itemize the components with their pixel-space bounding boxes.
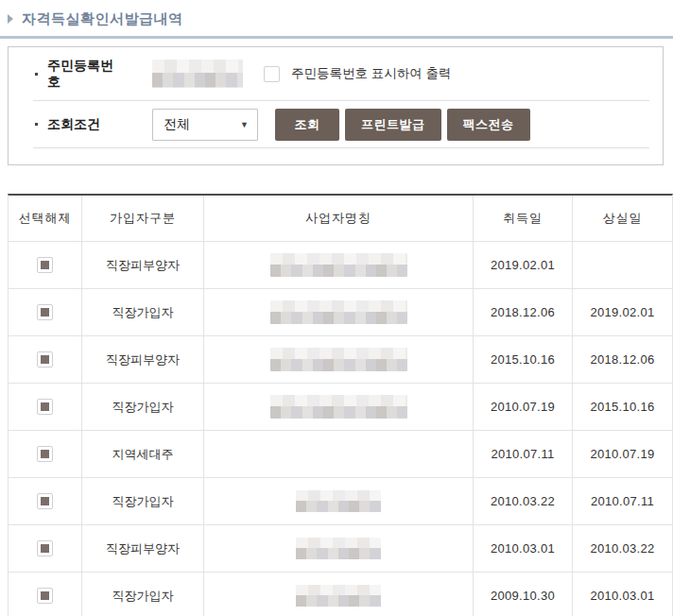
print-issue-button[interactable]: 프린트발급 xyxy=(345,109,441,141)
row-checkbox[interactable] xyxy=(37,399,53,415)
acquisition-date: 2015.10.16 xyxy=(474,336,573,384)
business-name-masked xyxy=(270,253,407,277)
show-rrn-checkbox-label: 주민등록번호 표시하여 출력 xyxy=(291,65,452,82)
subscriber-type: 직장가입자 xyxy=(82,478,204,525)
table-row: 직장가입자 2009.10.30 2010.03.01 xyxy=(9,573,672,616)
rrn-label: 주민등록번호 xyxy=(47,58,119,91)
select-cell xyxy=(9,478,82,525)
table-row: 지역세대주 2010.07.11 2010.07.19 xyxy=(9,431,672,478)
business-name-masked xyxy=(296,585,381,607)
condition-form-row: 조회조건 전체 ▼ 조회 프린트발급 팩스전송 xyxy=(9,101,663,147)
header-deselect: 선택해제 xyxy=(9,196,82,242)
acquisition-date: 2010.07.11 xyxy=(474,431,573,478)
page-title: 자격득실확인서발급내역 xyxy=(22,10,183,28)
business-name-masked xyxy=(270,395,407,419)
checkbox-fill xyxy=(41,497,49,505)
subscriber-type: 직장피부양자 xyxy=(82,242,204,289)
page: 자격득실확인서발급내역 주민등록번호 주민등록번호 표시하여 출력 조회조건 전… xyxy=(0,9,673,616)
loss-date: 2010.03.01 xyxy=(573,573,672,616)
business-name-masked xyxy=(296,490,381,513)
checkbox-fill xyxy=(41,450,49,458)
checkbox-fill xyxy=(41,591,49,600)
show-rrn-checkbox[interactable] xyxy=(264,66,280,82)
select-cell xyxy=(9,242,82,289)
business-name-cell xyxy=(204,478,474,525)
select-cell xyxy=(9,336,82,384)
rrn-form-row: 주민등록번호 주민등록번호 표시하여 출력 xyxy=(9,47,663,100)
subscriber-type: 직장피부양자 xyxy=(82,525,204,573)
condition-label: 조회조건 xyxy=(47,116,119,133)
select-cell xyxy=(9,573,82,616)
checkbox-fill xyxy=(41,544,49,553)
loss-date: 2010.07.19 xyxy=(573,431,672,478)
subscriber-type: 직장가입자 xyxy=(82,573,204,616)
title-divider xyxy=(0,36,673,39)
acquisition-date: 2019.02.01 xyxy=(474,242,573,289)
row-checkbox[interactable] xyxy=(37,257,53,273)
business-name-cell xyxy=(204,384,474,431)
business-name-cell xyxy=(204,573,474,616)
condition-select-value: 전체 xyxy=(164,116,190,133)
loss-date xyxy=(573,242,672,289)
table-row: 직장가입자 2010.03.22 2010.07.11 xyxy=(9,478,672,525)
row-checkbox[interactable] xyxy=(37,588,53,604)
subscriber-type: 직장피부양자 xyxy=(82,336,204,384)
row-checkbox[interactable] xyxy=(37,493,53,509)
checkbox-fill xyxy=(41,355,49,364)
acquisition-date: 2009.10.30 xyxy=(474,573,573,616)
table-row: 직장피부양자 2019.02.01 xyxy=(9,242,672,289)
business-name-masked xyxy=(270,300,407,324)
condition-select[interactable]: 전체 ▼ xyxy=(152,109,258,141)
table-body: 직장피부양자 2019.02.01 직장가입자 2018.12.06 2019.… xyxy=(9,242,672,616)
business-name-cell xyxy=(204,431,474,478)
select-cell xyxy=(9,289,82,336)
checkbox-fill xyxy=(41,402,49,411)
fax-send-button[interactable]: 팩스전송 xyxy=(447,109,530,141)
acquisition-date: 2010.03.01 xyxy=(474,525,573,573)
rrn-value-masked xyxy=(152,60,243,88)
business-name-cell xyxy=(204,289,474,336)
loss-date: 2010.03.22 xyxy=(573,525,672,573)
page-header: 자격득실확인서발급내역 xyxy=(8,9,673,29)
bullet-icon xyxy=(35,73,38,76)
table-row: 직장피부양자 2010.03.01 2010.03.22 xyxy=(9,525,672,573)
select-cell xyxy=(9,431,82,478)
subscriber-type: 지역세대주 xyxy=(82,431,204,478)
header-business-name: 사업자명칭 xyxy=(204,196,474,242)
loss-date: 2010.07.11 xyxy=(573,478,672,525)
loss-date: 2015.10.16 xyxy=(573,384,672,431)
form-row-divider xyxy=(33,147,649,148)
table-row: 직장가입자 2010.07.19 2015.10.16 xyxy=(9,384,672,431)
business-name-masked xyxy=(296,538,381,560)
acquisition-date: 2010.07.19 xyxy=(474,384,573,431)
bullet-icon xyxy=(35,123,38,126)
business-name-masked xyxy=(270,348,407,371)
search-button[interactable]: 조회 xyxy=(275,109,339,141)
header-loss-date: 상실일 xyxy=(573,196,672,242)
row-checkbox[interactable] xyxy=(37,351,53,368)
loss-date: 2019.02.01 xyxy=(573,289,672,336)
row-checkbox[interactable] xyxy=(37,304,53,320)
loss-date: 2018.12.06 xyxy=(573,336,672,384)
business-name-cell xyxy=(204,525,474,573)
row-checkbox[interactable] xyxy=(37,446,53,462)
table-row: 직장가입자 2018.12.06 2019.02.01 xyxy=(9,289,672,336)
business-name-cell xyxy=(204,336,474,384)
header-subscriber-type: 가입자구분 xyxy=(82,196,204,242)
checkbox-fill xyxy=(41,308,49,317)
acquisition-date: 2010.03.22 xyxy=(474,478,573,525)
business-name-cell xyxy=(204,242,474,289)
select-cell xyxy=(9,384,82,431)
table-row: 직장피부양자 2015.10.16 2018.12.06 xyxy=(9,336,672,384)
title-arrow-icon xyxy=(8,14,13,24)
acquisition-date: 2018.12.06 xyxy=(474,289,573,336)
header-acquisition-date: 취득일 xyxy=(474,196,573,242)
subscriber-type: 직장가입자 xyxy=(82,384,204,431)
button-group: 조회 프린트발급 팩스전송 xyxy=(275,109,536,141)
search-form: 주민등록번호 주민등록번호 표시하여 출력 조회조건 전체 ▼ 조회 프린트발급… xyxy=(8,46,664,165)
chevron-down-icon: ▼ xyxy=(240,120,249,129)
subscriber-type: 직장가입자 xyxy=(82,289,204,336)
checkbox-fill xyxy=(41,261,49,269)
history-table: 선택해제 가입자구분 사업자명칭 취득일 상실일 직장피부양자 2019.02.… xyxy=(8,194,673,616)
row-checkbox[interactable] xyxy=(37,540,53,556)
